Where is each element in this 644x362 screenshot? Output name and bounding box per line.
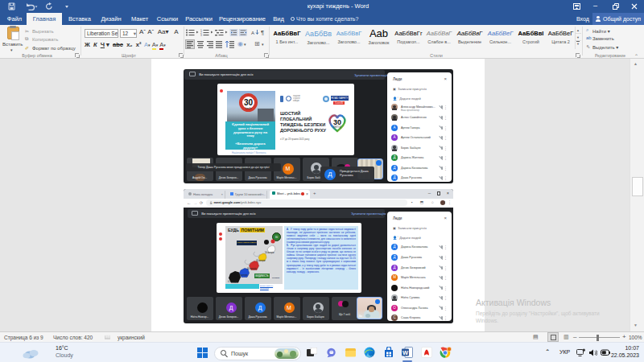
svg-text:А: А [251, 31, 254, 35]
svg-text:КМ/ГОД: КМ/ГОД [333, 125, 341, 129]
svg-text:W: W [402, 349, 409, 356]
svg-text:3: 3 [200, 34, 202, 37]
svg-text:30: 30 [333, 118, 341, 126]
svg-text:¶: ¶ [261, 29, 264, 36]
